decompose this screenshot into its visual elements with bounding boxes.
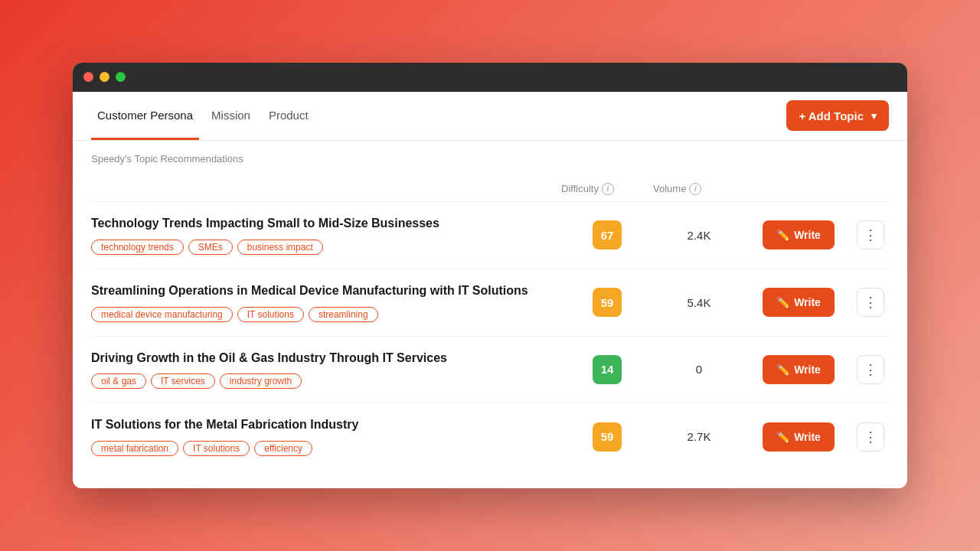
write-button-2[interactable]: ✏️ Write bbox=[763, 288, 835, 317]
topic-table: Speedy's Topic Recommendations Difficult… bbox=[73, 141, 907, 488]
titlebar bbox=[73, 63, 907, 92]
tag[interactable]: technology trends bbox=[91, 240, 184, 255]
header-volume: Volume i bbox=[653, 183, 745, 195]
topic-title-3: Driving Growth in the Oil & Gas Industry… bbox=[91, 350, 546, 367]
volume-cell-2: 5.4K bbox=[653, 296, 745, 309]
volume-cell-4: 2.7K bbox=[653, 430, 745, 443]
write-button-4[interactable]: ✏️ Write bbox=[763, 422, 835, 452]
topic-info-3: Driving Growth in the Oil & Gas Industry… bbox=[91, 350, 561, 390]
pencil-icon: ✏️ bbox=[776, 364, 789, 376]
volume-info-icon[interactable]: i bbox=[689, 183, 701, 195]
more-cell-3: ⋮ bbox=[852, 355, 889, 384]
tag[interactable]: business impact bbox=[237, 240, 323, 255]
main-content: Customer Persona Mission Product + Add T… bbox=[73, 92, 907, 488]
table-header-row: Difficulty i Volume i bbox=[91, 171, 889, 201]
difficulty-cell-3: 14 bbox=[561, 355, 653, 384]
tag[interactable]: oil & gas bbox=[91, 373, 146, 389]
tag[interactable]: industry growth bbox=[220, 373, 302, 389]
maximize-dot[interactable] bbox=[116, 72, 126, 82]
tag[interactable]: IT solutions bbox=[237, 307, 304, 322]
difficulty-badge-4: 59 bbox=[593, 422, 622, 452]
tabs-bar: Customer Persona Mission Product + Add T… bbox=[73, 92, 907, 141]
difficulty-badge-2: 59 bbox=[593, 288, 622, 317]
chevron-down-icon: ▾ bbox=[871, 110, 877, 122]
tab-mission[interactable]: Mission bbox=[205, 92, 256, 140]
write-button-3[interactable]: ✏️ Write bbox=[763, 355, 835, 384]
topic-title-2: Streamlining Operations in Medical Devic… bbox=[91, 283, 546, 299]
pencil-icon: ✏️ bbox=[776, 431, 789, 443]
tag[interactable]: metal fabrication bbox=[91, 441, 178, 456]
table-row: Technology Trends Impacting Small to Mid… bbox=[91, 201, 889, 269]
topic-info-4: IT Solutions for the Metal Fabrication I… bbox=[91, 417, 561, 456]
write-cell-3: ✏️ Write bbox=[745, 355, 852, 384]
topic-tags-3: oil & gas IT services industry growth bbox=[91, 373, 546, 389]
difficulty-badge-3: 14 bbox=[593, 355, 622, 384]
more-cell-1: ⋮ bbox=[852, 220, 889, 249]
tag[interactable]: streamlining bbox=[309, 307, 378, 322]
app-window: Customer Persona Mission Product + Add T… bbox=[73, 63, 907, 488]
more-button-4[interactable]: ⋮ bbox=[857, 422, 884, 452]
topic-title-4: IT Solutions for the Metal Fabrication I… bbox=[91, 417, 546, 433]
tag[interactable]: IT solutions bbox=[183, 441, 250, 456]
minimize-dot[interactable] bbox=[100, 72, 109, 82]
more-button-1[interactable]: ⋮ bbox=[857, 220, 884, 249]
ellipsis-icon: ⋮ bbox=[864, 294, 877, 311]
write-cell-1: ✏️ Write bbox=[745, 220, 852, 249]
write-cell-2: ✏️ Write bbox=[745, 288, 852, 317]
tag[interactable]: medical device manufacturing bbox=[91, 307, 233, 322]
more-cell-2: ⋮ bbox=[852, 288, 889, 317]
table-row: IT Solutions for the Metal Fabrication I… bbox=[91, 403, 889, 470]
topic-title-1: Technology Trends Impacting Small to Mid… bbox=[91, 216, 546, 232]
volume-cell-1: 2.4K bbox=[653, 229, 745, 242]
more-button-3[interactable]: ⋮ bbox=[857, 355, 884, 384]
difficulty-cell-2: 59 bbox=[561, 288, 653, 317]
write-button-1[interactable]: ✏️ Write bbox=[763, 220, 835, 249]
table-row: Streamlining Operations in Medical Devic… bbox=[91, 269, 889, 336]
tag[interactable]: SMEs bbox=[188, 240, 233, 255]
volume-cell-3: 0 bbox=[653, 363, 745, 376]
close-dot[interactable] bbox=[83, 72, 93, 82]
ellipsis-icon: ⋮ bbox=[864, 429, 877, 445]
difficulty-cell-4: 59 bbox=[561, 422, 653, 452]
pencil-icon: ✏️ bbox=[776, 229, 789, 241]
tag[interactable]: efficiency bbox=[254, 441, 312, 456]
difficulty-info-icon[interactable]: i bbox=[602, 183, 614, 195]
more-button-2[interactable]: ⋮ bbox=[857, 288, 884, 317]
more-cell-4: ⋮ bbox=[852, 422, 889, 452]
header-difficulty: Difficulty i bbox=[561, 183, 653, 195]
topic-info-2: Streamlining Operations in Medical Devic… bbox=[91, 283, 561, 322]
table-row: Driving Growth in the Oil & Gas Industry… bbox=[91, 336, 889, 403]
recommendations-label: Speedy's Topic Recommendations bbox=[91, 141, 889, 171]
difficulty-badge-1: 67 bbox=[593, 220, 622, 249]
tag[interactable]: IT services bbox=[151, 373, 215, 389]
pencil-icon: ✏️ bbox=[776, 296, 789, 308]
write-cell-4: ✏️ Write bbox=[745, 422, 852, 452]
topic-tags-1: technology trends SMEs business impact bbox=[91, 240, 546, 255]
ellipsis-icon: ⋮ bbox=[864, 361, 877, 378]
topic-tags-4: metal fabrication IT solutions efficienc… bbox=[91, 441, 546, 456]
tab-product[interactable]: Product bbox=[263, 92, 315, 140]
tabs-list: Customer Persona Mission Product bbox=[91, 92, 315, 140]
topic-info-1: Technology Trends Impacting Small to Mid… bbox=[91, 216, 561, 255]
tab-customer-persona[interactable]: Customer Persona bbox=[91, 92, 199, 140]
ellipsis-icon: ⋮ bbox=[864, 227, 877, 243]
add-topic-button[interactable]: + Add Topic ▾ bbox=[786, 100, 889, 131]
difficulty-cell-1: 67 bbox=[561, 220, 653, 249]
topic-tags-2: medical device manufacturing IT solution… bbox=[91, 307, 546, 322]
